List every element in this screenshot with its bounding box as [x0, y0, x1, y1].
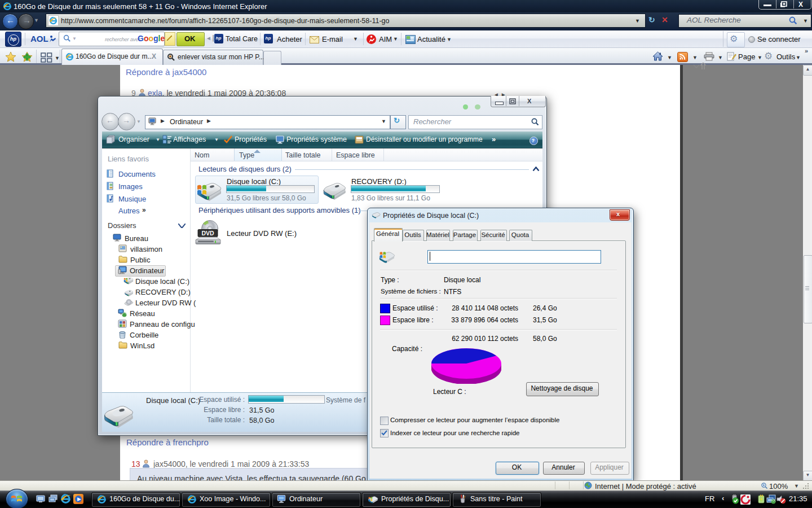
svg-text:DVD: DVD: [201, 230, 214, 237]
